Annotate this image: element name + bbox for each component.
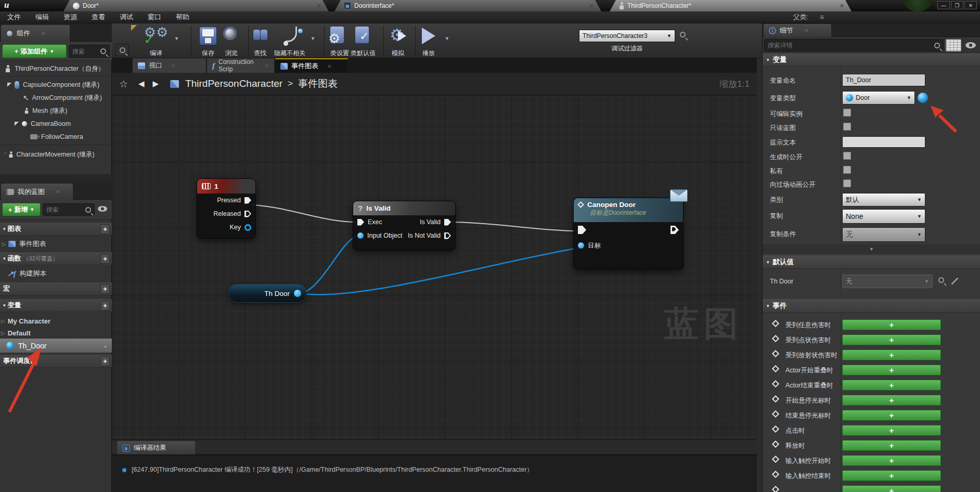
menu-asset[interactable]: 资源 xyxy=(63,12,77,22)
add-event-button[interactable]: + xyxy=(842,380,941,391)
compile-button[interactable]: ⚙⚙ ✓ xyxy=(140,25,172,48)
breadcrumb-leaf[interactable]: 事件图表 xyxy=(298,77,338,90)
macros-section-header[interactable]: 宏+ xyxy=(0,282,112,295)
exec-pin[interactable] xyxy=(670,226,679,234)
compiler-results-tab[interactable]: ≥ 编译器结果 xyxy=(117,441,195,455)
close-icon[interactable]: ✕ xyxy=(171,63,175,69)
menu-window[interactable]: 窗口 xyxy=(148,12,161,22)
close-icon[interactable]: ✕ xyxy=(589,3,594,9)
replication-condition-dropdown[interactable]: 无▼ xyxy=(842,227,925,242)
default-value-dropdown[interactable]: 无▼ xyxy=(842,275,933,288)
add-event-button[interactable]: + xyxy=(842,365,941,376)
back-icon[interactable]: ◀ xyxy=(138,79,145,88)
exec-pin[interactable] xyxy=(578,226,586,234)
node-th-door-getter[interactable]: Th Door xyxy=(228,284,307,303)
hide-unrelated-dropdown-icon[interactable]: ▼ xyxy=(311,36,315,41)
forward-icon[interactable]: ▶ xyxy=(153,79,159,88)
type-color-sphere[interactable] xyxy=(918,93,928,103)
my-blueprint-panel-tab[interactable]: 我的蓝图 ✕ xyxy=(1,184,73,200)
variable-section-header[interactable]: ▾变量 xyxy=(763,53,980,67)
menu-debug[interactable]: 调试 xyxy=(120,12,133,22)
add-function-button[interactable]: + xyxy=(100,254,110,264)
object-pin[interactable] xyxy=(294,290,301,297)
tooltip-input[interactable] xyxy=(842,136,925,148)
expose-on-spawn-checkbox[interactable] xyxy=(843,152,851,160)
construction-script-tab[interactable]: f Construction Scrip ✕ xyxy=(207,58,275,73)
debug-object-dropdown[interactable]: ThirdPersonCharacter3 ▼ xyxy=(579,30,675,42)
menu-edit[interactable]: 编辑 xyxy=(35,12,49,22)
details-panel-tab[interactable]: i 细节 ✕ xyxy=(764,24,831,37)
add-macro-button[interactable]: + xyxy=(100,284,110,294)
target-pin[interactable] xyxy=(578,242,584,249)
expanded-icon[interactable] xyxy=(7,83,11,87)
eyedropper-icon[interactable] xyxy=(951,277,958,284)
breadcrumb-root[interactable]: ThirdPersonCharacter xyxy=(185,78,282,89)
tree-item-charactermovement[interactable]: ° CharacterMovement (继承) xyxy=(0,148,112,161)
simulate-button[interactable]: ⚙ xyxy=(390,27,410,46)
restore-button[interactable]: ❒ xyxy=(951,1,963,9)
add-event-button[interactable]: + xyxy=(842,349,941,360)
node-key-event-1[interactable]: 1 Pressed Released Key xyxy=(197,178,256,239)
add-event-button[interactable]: + xyxy=(842,440,941,451)
debug-search-icon[interactable] xyxy=(680,32,686,37)
add-component-button[interactable]: +添加组件▼ xyxy=(2,44,67,58)
components-panel-tab[interactable]: 组件 ✕ xyxy=(1,25,70,42)
add-event-button[interactable]: + xyxy=(842,395,941,406)
asset-pick-search-icon[interactable] xyxy=(938,277,944,283)
close-icon[interactable]: ✕ xyxy=(265,63,269,69)
close-window-button[interactable]: ✕ xyxy=(964,1,977,9)
menu-view[interactable]: 查看 xyxy=(92,12,105,22)
viewport-tab[interactable]: 视口 ✕ xyxy=(133,58,207,73)
add-event-button[interactable]: + xyxy=(842,319,941,330)
tree-item-capsule[interactable]: CapsuleComponent (继承) xyxy=(0,79,112,91)
property-matrix-icon[interactable] xyxy=(946,39,961,51)
var-group-mycharacter[interactable]: ▷ My Character xyxy=(0,315,112,327)
my-blueprint-search-input[interactable] xyxy=(46,206,85,213)
exec-pin[interactable] xyxy=(244,211,251,217)
node-is-valid[interactable]: ? Is Valid Exec Is Valid Input Object Is… xyxy=(353,201,456,251)
close-icon[interactable]: ✕ xyxy=(840,3,844,9)
add-dispatcher-button[interactable]: + xyxy=(100,356,110,366)
construction-script-item[interactable]: ↗f 构建脚本 xyxy=(0,267,112,280)
add-event-button[interactable]: + xyxy=(842,410,941,421)
tree-item-followcamera[interactable]: FollowCamera xyxy=(0,131,112,143)
functions-section-header[interactable]: ▾函数（32可覆盖）+ xyxy=(0,252,112,265)
play-button[interactable] xyxy=(422,28,435,44)
category-dropdown[interactable]: 默认▼ xyxy=(842,193,925,206)
instance-editable-checkbox[interactable] xyxy=(843,109,851,116)
close-icon[interactable]: ✕ xyxy=(327,63,331,69)
exec-pin[interactable] xyxy=(357,219,364,226)
eye-icon[interactable] xyxy=(965,42,976,48)
add-event-button[interactable]: + xyxy=(842,425,941,436)
add-variable-button[interactable]: + xyxy=(100,301,110,310)
close-icon[interactable]: ✕ xyxy=(41,31,45,36)
collapsed-icon[interactable]: ▷ xyxy=(1,318,5,324)
node-canopen-door[interactable]: Canopen Door 目标是Doorinterface 目标 xyxy=(573,198,684,270)
add-event-button[interactable]: + xyxy=(842,485,941,492)
dispatchers-section-header[interactable]: 事件调度器+ xyxy=(0,355,112,368)
close-icon[interactable]: ✕ xyxy=(804,28,808,33)
graphs-section-header[interactable]: ▾图表+ xyxy=(0,223,112,236)
menu-file[interactable]: 文件 xyxy=(7,12,21,22)
events-section-header[interactable]: ▾事件 xyxy=(763,299,980,313)
eye-icon[interactable] xyxy=(98,206,107,212)
tree-item-self[interactable]: ThirdPersonCharacter（自身） xyxy=(0,62,112,75)
variable-type-dropdown[interactable]: Door ▼ xyxy=(842,91,915,105)
my-blueprint-search[interactable] xyxy=(43,203,95,216)
add-graph-button[interactable]: + xyxy=(100,224,110,234)
var-group-default[interactable]: ▷ Default xyxy=(0,327,112,339)
add-event-button[interactable]: + xyxy=(842,470,941,481)
menu-help[interactable]: 帮助 xyxy=(176,12,189,22)
favorite-star-icon[interactable]: ☆ xyxy=(119,78,128,90)
details-search-input[interactable] xyxy=(768,42,934,49)
class-defaults-button[interactable]: ✓ xyxy=(355,27,374,46)
collapsed-icon[interactable]: ▷ xyxy=(1,330,5,336)
list-icon[interactable]: ≡ xyxy=(820,13,824,21)
event-graph-item[interactable]: ▷ 事件图表 xyxy=(0,238,112,250)
details-expander[interactable]: ▼ xyxy=(763,244,980,254)
event-graph-tab[interactable]: 事件图表 ✕ xyxy=(275,58,348,73)
key-struct-pin[interactable] xyxy=(244,224,251,231)
asset-tab-doorinterface[interactable]: ▦ Doorinterface* ✕ xyxy=(334,0,601,11)
play-dropdown-icon[interactable]: ▼ xyxy=(445,36,449,41)
expose-to-cinematics-checkbox[interactable] xyxy=(843,179,851,187)
